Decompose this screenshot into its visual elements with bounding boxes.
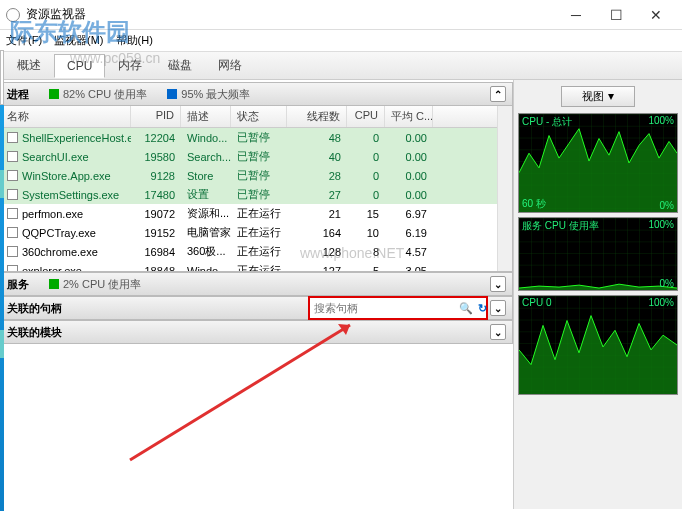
table-row[interactable]: SearchUI.exe 19580Search... 已暂停40 00.00 xyxy=(1,147,497,166)
process-table: 名称 PID 描述 状态 线程数 CPU 平均 C... ShellExperi… xyxy=(0,106,513,272)
app-icon xyxy=(6,8,20,22)
col-desc[interactable]: 描述 xyxy=(181,106,231,127)
chart-1: 服务 CPU 使用率100% 0% xyxy=(518,217,678,291)
menubar: 文件(F) 监视器(M) 帮助(H) xyxy=(0,30,682,52)
cpu-usage-icon xyxy=(49,279,59,289)
col-threads[interactable]: 线程数 xyxy=(287,106,347,127)
checkbox[interactable] xyxy=(7,227,18,238)
menu-file[interactable]: 文件(F) xyxy=(6,33,42,48)
menu-help[interactable]: 帮助(H) xyxy=(116,33,153,48)
chevron-up-icon[interactable]: ⌃ xyxy=(490,86,506,102)
view-button[interactable]: 视图 ▾ xyxy=(561,86,634,107)
search-handles-box: 🔍 ↻ ⌄ xyxy=(308,296,488,320)
checkbox[interactable] xyxy=(7,189,18,200)
chevron-down-icon[interactable]: ⌄ xyxy=(490,276,506,292)
table-row[interactable]: ShellExperienceHost.exe 12204Windo... 已暂… xyxy=(1,128,497,147)
checkbox[interactable] xyxy=(7,208,18,219)
window-title: 资源监视器 xyxy=(26,6,556,23)
table-row[interactable]: perfmon.exe 19072资源和... 正在运行21 156.97 xyxy=(1,204,497,223)
tab-overview[interactable]: 概述 xyxy=(4,52,54,79)
chart-0: CPU - 总计100% 60 秒0% xyxy=(518,113,678,213)
modules-header[interactable]: 关联的模块 ⌄ xyxy=(0,320,513,344)
table-row[interactable]: SystemSettings.exe 17480设置 已暂停27 00.00 xyxy=(1,185,497,204)
tab-disk[interactable]: 磁盘 xyxy=(155,52,205,79)
charts-panel: 视图 ▾ CPU - 总计100% 60 秒0% 服务 CPU 使用率100% … xyxy=(514,80,682,509)
col-pid[interactable]: PID xyxy=(131,106,181,127)
tab-memory[interactable]: 内存 xyxy=(105,52,155,79)
checkbox[interactable] xyxy=(7,132,18,143)
checkbox[interactable] xyxy=(7,246,18,257)
maximize-button[interactable]: ☐ xyxy=(596,1,636,29)
checkbox[interactable] xyxy=(7,170,18,181)
minimize-button[interactable]: ─ xyxy=(556,1,596,29)
process-scrollbar[interactable] xyxy=(497,106,512,271)
table-row[interactable]: QQPCTray.exe 19152电脑管家 正在运行164 106.19 xyxy=(1,223,497,242)
chart-2: CPU 0100% xyxy=(518,295,678,395)
table-row[interactable]: WinStore.App.exe 9128Store 已暂停28 00.00 xyxy=(1,166,497,185)
services-header[interactable]: 服务 2% CPU 使用率 ⌄ xyxy=(0,272,513,296)
col-avg[interactable]: 平均 C... xyxy=(385,106,433,127)
table-row[interactable]: explorer.exe 18848Windo... 正在运行127 53.05 xyxy=(1,261,497,272)
chevron-down-icon[interactable]: ⌄ xyxy=(490,300,506,316)
refresh-icon[interactable]: ↻ xyxy=(475,301,489,315)
checkbox[interactable] xyxy=(7,151,18,162)
table-row[interactable]: 360chrome.exe 16984360极... 正在运行128 84.57 xyxy=(1,242,497,261)
chevron-down-icon[interactable]: ⌄ xyxy=(490,324,506,340)
search-handles-input[interactable] xyxy=(310,300,456,316)
tab-cpu[interactable]: CPU xyxy=(54,54,105,78)
processes-header[interactable]: 进程 82% CPU 使用率 95% 最大频率 ⌃ xyxy=(0,82,513,106)
col-name[interactable]: 名称 xyxy=(1,106,131,127)
titlebar: 资源监视器 ─ ☐ ✕ xyxy=(0,0,682,30)
search-icon[interactable]: 🔍 xyxy=(459,301,473,315)
checkbox[interactable] xyxy=(7,265,18,272)
handles-header[interactable]: 关联的句柄 🔍 ↻ ⌄ ⌄ xyxy=(0,296,513,320)
cpu-usage-icon xyxy=(49,89,59,99)
close-button[interactable]: ✕ xyxy=(636,1,676,29)
menu-monitor[interactable]: 监视器(M) xyxy=(54,33,104,48)
tab-network[interactable]: 网络 xyxy=(205,52,255,79)
toolbar: 概述 CPU 内存 磁盘 网络 xyxy=(0,52,682,80)
col-cpu[interactable]: CPU xyxy=(347,106,385,127)
col-status[interactable]: 状态 xyxy=(231,106,287,127)
max-freq-icon xyxy=(167,89,177,99)
